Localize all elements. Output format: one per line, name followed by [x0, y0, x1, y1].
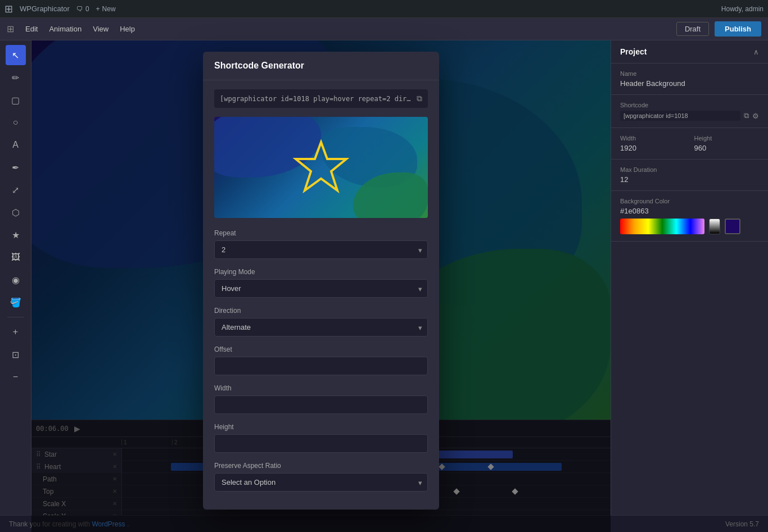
shortcode-value-text: [wpgraphicator id=1018: [620, 111, 740, 121]
circle-tool-button[interactable]: ○: [6, 112, 26, 133]
width-group: Width: [214, 384, 428, 414]
menu-edit[interactable]: Edit: [25, 25, 38, 33]
width-label: Width: [214, 384, 428, 392]
shortcode-row: [wpgraphicator id=1018 ⧉ ⚙: [620, 111, 759, 121]
modal-preview: [214, 117, 428, 218]
playing-mode-group: Playing Mode Hover Normal Click Scroll: [214, 268, 428, 298]
offset-input[interactable]: [214, 357, 428, 375]
toolbar-separator: [7, 317, 24, 317]
menu-animation[interactable]: Animation: [49, 25, 82, 33]
version-text: Version 5.7: [725, 520, 759, 528]
paint-tool-button[interactable]: 🪣: [6, 292, 26, 312]
playing-mode-select-wrapper: Hover Normal Click Scroll: [214, 279, 428, 298]
direction-label: Direction: [214, 307, 428, 315]
shortcode-generator-modal: Shortcode Generator [wpgraphicator id=10…: [203, 52, 439, 510]
height-input[interactable]: [214, 434, 428, 453]
modal-header: Shortcode Generator: [203, 52, 439, 80]
site-name[interactable]: WPGraphicator: [20, 4, 70, 13]
repeat-label: Repeat: [214, 229, 428, 237]
text-tool-button[interactable]: A: [6, 135, 26, 155]
select-tool-button[interactable]: ↖: [6, 45, 26, 65]
right-panel-header: Project ∧: [611, 40, 768, 63]
height-panel-label: Height: [694, 135, 760, 142]
modal-overlay[interactable]: Shortcode Generator [wpgraphicator id=10…: [31, 40, 611, 532]
copy-shortcode-button[interactable]: ⧉: [417, 94, 422, 103]
editor-wp-icon[interactable]: ⊞: [7, 24, 14, 34]
pencil-tool-button[interactable]: ✏: [6, 67, 26, 88]
comments-badge[interactable]: 🗨 0: [76, 5, 89, 13]
playing-mode-select[interactable]: Hover Normal Click Scroll: [214, 279, 428, 298]
preserve-aspect-select-wrapper: Select an Option xMinYMin xMidYMid xMaxY…: [214, 473, 428, 492]
height-group: Height: [214, 423, 428, 453]
main-layout: ↖ ✏ ▢ ○ A ✒ ⤢ ⬡ ★ 🖼 ◉ 🪣 + ⊡ − 00:06.00 ▶: [0, 40, 768, 532]
left-toolbar: ↖ ✏ ▢ ○ A ✒ ⤢ ⬡ ★ 🖼 ◉ 🪣 + ⊡ −: [0, 40, 31, 532]
bg-color-value: #1e0863: [620, 207, 759, 215]
editor-actions: Draft Publish: [676, 21, 761, 37]
max-duration-value: 12: [620, 175, 759, 184]
zoom-fit-button[interactable]: ⊡: [6, 344, 26, 365]
modal-title: Shortcode Generator: [214, 61, 304, 70]
shortcode-section: Shortcode [wpgraphicator id=1018 ⧉ ⚙: [611, 95, 768, 128]
direction-select[interactable]: Alternate Normal Reverse Alternate Rever…: [214, 318, 428, 337]
settings-shortcode-button[interactable]: ⚙: [752, 112, 759, 120]
project-name-section: Name Header Background: [611, 63, 768, 95]
repeat-group: Repeat 2 1 3 infinite: [214, 229, 428, 259]
draft-button[interactable]: Draft: [676, 22, 709, 36]
repeat-select[interactable]: 2 1 3 infinite: [214, 240, 428, 259]
menu-view[interactable]: View: [93, 25, 109, 33]
pen-tool-button[interactable]: ✒: [6, 157, 26, 178]
width-panel-label: Width: [620, 135, 685, 142]
preview-star-svg: [293, 139, 349, 195]
height-label: Height: [214, 423, 428, 431]
offset-label: Offset: [214, 345, 428, 353]
menu-help[interactable]: Help: [120, 25, 135, 33]
editor-menu-bar: ⊞ Edit Animation View Help Draft Publish: [0, 18, 768, 40]
wp-logo-icon[interactable]: ⊞: [4, 3, 13, 15]
modal-content: [wpgraphicator id=1018 play=hover repeat…: [203, 80, 439, 510]
height-panel-value: 960: [694, 144, 760, 152]
shortcode-label: Shortcode: [620, 102, 759, 108]
dimensions-row: Width 1920 Height 960: [620, 135, 759, 152]
collapse-panel-button[interactable]: ∧: [753, 48, 759, 56]
bg-color-label: Background Color: [620, 198, 759, 204]
offset-group: Offset: [214, 345, 428, 375]
dimensions-section: Width 1920 Height 960: [611, 128, 768, 160]
name-value: Header Background: [620, 79, 759, 88]
height-col: Height 960: [694, 135, 760, 152]
comments-icon: 🗨: [76, 5, 83, 13]
image-tool-button[interactable]: 🖼: [6, 247, 26, 267]
publish-button[interactable]: Publish: [715, 21, 761, 37]
zoom-out-button[interactable]: −: [6, 367, 26, 387]
preserve-aspect-label: Preserve Aspect Ratio: [214, 462, 428, 470]
zoom-in-button[interactable]: +: [6, 322, 26, 342]
shortcode-display-text: [wpgraphicator id=1018 play=hover repeat…: [220, 95, 412, 103]
color-alpha-picker[interactable]: [709, 219, 720, 234]
transform-tool-button[interactable]: ⤢: [6, 180, 26, 200]
shortcode-display-row: [wpgraphicator id=1018 play=hover repeat…: [214, 89, 428, 108]
name-label: Name: [620, 70, 759, 77]
preserve-aspect-select[interactable]: Select an Option xMinYMin xMidYMid xMaxY…: [214, 473, 428, 492]
canvas-timeline-container: 00:06.00 ▶ 1 2 3 8 9 10 11 ⠿: [31, 40, 611, 532]
direction-select-wrapper: Alternate Normal Reverse Alternate Rever…: [214, 318, 428, 337]
rect-tool-button[interactable]: ▢: [6, 90, 26, 110]
new-item[interactable]: + New: [96, 5, 116, 13]
color-swatch-area: [620, 219, 759, 234]
right-panel-title: Project: [620, 47, 647, 56]
color-gradient-picker[interactable]: [620, 219, 704, 234]
fill-tool-button[interactable]: ◉: [6, 270, 26, 290]
admin-bar: ⊞ WPGraphicator 🗨 0 + New Howdy, admin: [0, 0, 768, 18]
color-square-swatch[interactable]: [725, 219, 740, 234]
max-duration-label: Max Duration: [620, 166, 759, 173]
svg-marker-0: [296, 142, 346, 190]
width-input[interactable]: [214, 395, 428, 414]
bg-color-section: Background Color #1e0863: [611, 191, 768, 242]
width-panel-value: 1920: [620, 144, 685, 152]
node-tool-button[interactable]: ⬡: [6, 202, 26, 222]
howdy-text: Howdy, admin: [721, 5, 764, 13]
copy-shortcode-panel-button[interactable]: ⧉: [744, 111, 749, 120]
max-duration-section: Max Duration 12: [611, 160, 768, 191]
playing-mode-label: Playing Mode: [214, 268, 428, 276]
plus-icon: +: [96, 5, 100, 13]
star-tool-button[interactable]: ★: [6, 225, 26, 245]
direction-group: Direction Alternate Normal Reverse Alter…: [214, 307, 428, 337]
